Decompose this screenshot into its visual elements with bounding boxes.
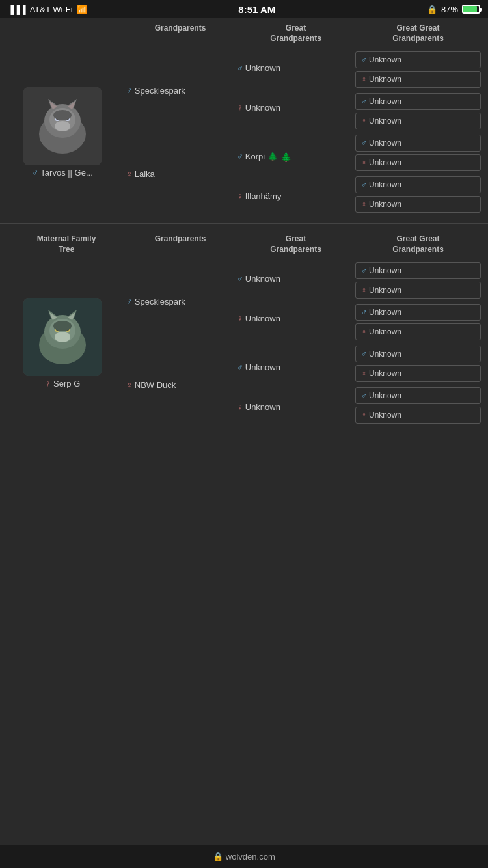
- paternal-gggp1-group: ♂ Unknown ♀ Unknown: [355, 50, 481, 89]
- svg-point-28: [55, 332, 70, 342]
- maternal-gp1-name[interactable]: ♂ Specklespark: [124, 291, 229, 312]
- paternal-gggp3-group: ♂ Unknown ♀ Unknown: [355, 133, 481, 172]
- gp2-gender-icon: ♀: [126, 169, 133, 179]
- signal-icon: ▐▐▐: [8, 5, 26, 14]
- maternal-gggp4a[interactable]: ♂ Unknown: [355, 387, 481, 404]
- battery-icon: [462, 5, 480, 14]
- maternal-gggp4-group: ♂ Unknown ♀ Unknown: [355, 386, 481, 425]
- wifi-icon: 📶: [77, 5, 87, 14]
- korpi-emoji: 🌲: [280, 152, 291, 162]
- paternal-gggp4a[interactable]: ♂ Unknown: [355, 176, 481, 193]
- battery-label: 87%: [441, 5, 458, 14]
- maternal-ggp-col: ♂ Unknown ♀ Unknown ♂ Unknown ♀ Unknown: [232, 257, 352, 429]
- footer-url: 🔒 wolvden.com: [213, 852, 275, 861]
- carrier-label: AT&T Wi-Fi: [30, 5, 73, 14]
- maternal-col2-header: Grandparents: [125, 234, 236, 245]
- maternal-wolf-card: ♀ Serp G: [4, 257, 121, 429]
- section-divider: [0, 223, 488, 224]
- paternal-gp2-name[interactable]: ♀ Laika: [124, 163, 229, 184]
- gp1-gender-icon: ♂: [126, 86, 133, 96]
- maternal-col3-header: GreatGrandparents: [236, 234, 356, 254]
- maternal-gggp1-group: ♂ Unknown ♀ Unknown: [355, 261, 481, 300]
- status-left: ▐▐▐ AT&T Wi-Fi 📶: [8, 5, 87, 14]
- maternal-gp2-gender-icon: ♀: [126, 380, 133, 390]
- paternal-tree-body: ♂ Tarvos || Ge... ♂ Specklespark: [4, 46, 484, 218]
- paternal-section: Grandparents GreatGrandparents Great Gre…: [0, 18, 488, 218]
- paternal-gggp3a[interactable]: ♂ Unknown: [355, 135, 481, 152]
- maternal-gggp1b[interactable]: ♀ Unknown: [355, 282, 481, 299]
- maternal-gggp3-group: ♂ Unknown ♀ Unknown: [355, 344, 481, 383]
- paternal-col3-header: GreatGrandparents: [236, 23, 356, 44]
- paternal-col4-header: Great GreatGrandparents: [356, 23, 480, 44]
- footer-bar: 🔒 wolvden.com: [0, 845, 488, 868]
- paternal-gggp4b[interactable]: ♀ Unknown: [355, 196, 481, 213]
- maternal-gggp2b[interactable]: ♀ Unknown: [355, 323, 481, 340]
- maternal-ggp4-name[interactable]: ♀ Unknown: [234, 397, 349, 418]
- maternal-wolf-gender: ♀: [45, 379, 51, 388]
- paternal-gp1-group: ♂ Specklespark: [124, 80, 229, 101]
- paternal-gp2-group: ♀ Laika: [124, 163, 229, 184]
- paternal-wolf-card: ♂ Tarvos || Ge...: [4, 46, 121, 218]
- paternal-gggp1a[interactable]: ♂ Unknown: [355, 51, 481, 68]
- paternal-wolf-name: ♂ Tarvos || Ge...: [32, 168, 93, 178]
- paternal-gggp-col: ♂ Unknown ♀ Unknown ♂ Unknown ♀: [352, 46, 484, 218]
- paternal-ggp1-name[interactable]: ♂ Unknown: [234, 58, 349, 79]
- svg-point-14: [53, 110, 72, 120]
- paternal-grandparents-col: ♂ Specklespark ♀ Laika: [121, 46, 232, 218]
- maternal-gggp3a[interactable]: ♂ Unknown: [355, 346, 481, 362]
- maternal-headers: Maternal FamilyTree Grandparents GreatGr…: [4, 229, 484, 257]
- paternal-wolf-gender: ♂: [32, 168, 38, 178]
- paternal-ggp4-name[interactable]: ♀ Illanhämy: [234, 186, 349, 207]
- status-right: 🔒 87%: [427, 5, 480, 14]
- paternal-headers: Grandparents GreatGrandparents Great Gre…: [4, 18, 484, 46]
- maternal-wolf-illustration: [23, 298, 102, 376]
- page-wrapper: ▐▐▐ AT&T Wi-Fi 📶 8:51 AM 🔒 87% Grandpare…: [0, 0, 488, 455]
- maternal-gggp2-group: ♂ Unknown ♀ Unknown: [355, 303, 481, 342]
- paternal-ggp2-name[interactable]: ♀ Unknown: [234, 98, 349, 118]
- wolf-illustration: [23, 87, 102, 165]
- paternal-ggp-col: ♂ Unknown ♀ Unknown ♂ Korpi 🌲 🌲 ♀ Illanh…: [232, 46, 352, 218]
- maternal-grandparents-col: ♂ Specklespark ♀ NBW Duck: [121, 257, 232, 429]
- time-label: 8:51 AM: [238, 4, 275, 15]
- paternal-col2-header: Grandparents: [125, 23, 236, 34]
- maternal-gp2-group: ♀ NBW Duck: [124, 374, 229, 395]
- maternal-wolf-name: ♀ Serp G: [45, 379, 81, 388]
- paternal-gp1-name[interactable]: ♂ Specklespark: [124, 80, 229, 101]
- paternal-ggp3-name[interactable]: ♂ Korpi 🌲 🌲: [234, 146, 349, 167]
- maternal-wolf-avatar: [23, 298, 102, 376]
- maternal-gp2-name[interactable]: ♀ NBW Duck: [124, 374, 229, 395]
- maternal-col4-header: Great GreatGrandparents: [356, 234, 480, 254]
- status-bar: ▐▐▐ AT&T Wi-Fi 📶 8:51 AM 🔒 87%: [0, 0, 488, 18]
- maternal-ggp1-name[interactable]: ♂ Unknown: [234, 269, 349, 290]
- lock-icon: 🔒: [427, 5, 437, 14]
- paternal-gggp2-group: ♂ Unknown ♀ Unknown: [355, 92, 481, 131]
- maternal-gggp3b[interactable]: ♀ Unknown: [355, 365, 481, 382]
- maternal-gggp-col: ♂ Unknown ♀ Unknown ♂ Unknown ♀: [352, 257, 484, 429]
- maternal-ggp3-name[interactable]: ♂ Unknown: [234, 357, 349, 378]
- paternal-gggp3b[interactable]: ♀ Unknown: [355, 154, 481, 171]
- maternal-gggp2a[interactable]: ♂ Unknown: [355, 304, 481, 321]
- maternal-ggp2-name[interactable]: ♀ Unknown: [234, 308, 349, 329]
- maternal-col1-header: Maternal FamilyTree: [8, 234, 125, 254]
- paternal-gggp2b[interactable]: ♀ Unknown: [355, 113, 481, 129]
- maternal-gggp4b[interactable]: ♀ Unknown: [355, 407, 481, 424]
- maternal-gp1-group: ♂ Specklespark: [124, 291, 229, 312]
- maternal-gp1-gender-icon: ♂: [126, 297, 133, 306]
- paternal-gggp2a[interactable]: ♂ Unknown: [355, 93, 481, 110]
- svg-point-13: [55, 121, 70, 131]
- paternal-gggp4-group: ♂ Unknown ♀ Unknown: [355, 175, 481, 214]
- paternal-gggp1b[interactable]: ♀ Unknown: [355, 71, 481, 88]
- maternal-section: Maternal FamilyTree Grandparents GreatGr…: [0, 229, 488, 429]
- maternal-gggp1a[interactable]: ♂ Unknown: [355, 262, 481, 279]
- svg-point-29: [53, 321, 72, 331]
- maternal-tree-body: ♀ Serp G ♂ Specklespark ♀: [4, 257, 484, 429]
- paternal-wolf-avatar: [23, 87, 102, 165]
